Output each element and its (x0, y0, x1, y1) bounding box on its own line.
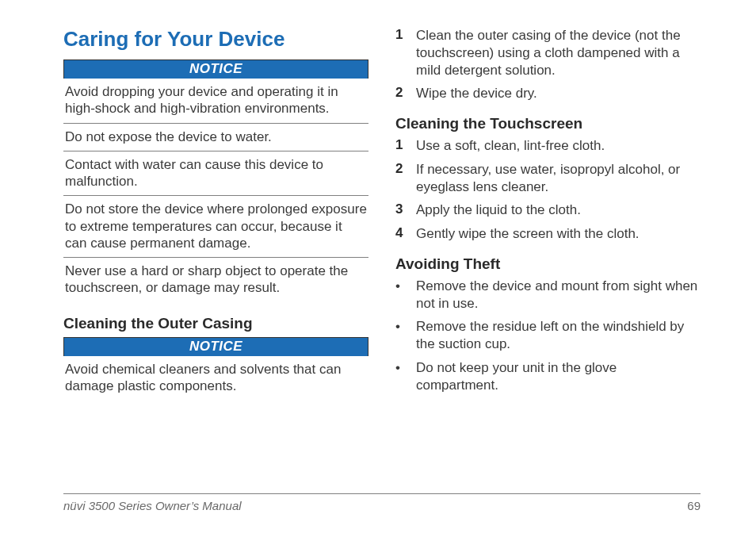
step-text: Clean the outer casing of the device (no… (416, 27, 701, 79)
subheading-touchscreen: Cleaning the Touchscreen (395, 115, 701, 132)
notice-item: Do not store the device where prolonged … (63, 196, 368, 258)
step-number: 3 (395, 201, 407, 217)
notice-list: Avoid dropping your device and operating… (63, 79, 368, 302)
step-row: 4 Gently wipe the screen with the cloth. (395, 225, 701, 243)
steps-outer-casing: 1 Clean the outer casing of the device (… (395, 27, 701, 102)
bullet-row: • Do not keep your unit in the glove com… (395, 359, 701, 394)
step-text: Use a soft, clean, lint-free cloth. (416, 137, 605, 155)
bullet-row: • Remove the residue left on the windshi… (395, 318, 701, 353)
right-column: 1 Clean the outer casing of the device (… (395, 27, 701, 533)
bullet-row: • Remove the device and mount from sight… (395, 278, 701, 313)
manual-name: nüvi 3500 Series Owner’s Manual (63, 499, 242, 512)
bullets-theft: • Remove the device and mount from sight… (395, 278, 701, 394)
step-row: 1 Clean the outer casing of the device (… (395, 27, 701, 79)
notice-label: NOTICE (63, 59, 368, 79)
two-column-layout: Caring for Your Device NOTICE Avoid drop… (63, 27, 701, 533)
notice-item: Never use a hard or sharp object to oper… (63, 258, 368, 302)
steps-touchscreen: 1 Use a soft, clean, lint-free cloth. 2 … (395, 137, 701, 243)
step-number: 4 (395, 225, 407, 241)
step-row: 1 Use a soft, clean, lint-free cloth. (395, 137, 701, 155)
notice-item: Avoid dropping your device and operating… (63, 79, 368, 124)
page-number: 69 (687, 499, 701, 512)
bullet-icon: • (395, 278, 402, 295)
step-text: Gently wipe the screen with the cloth. (416, 225, 640, 243)
step-text: Apply the liquid to the cloth. (416, 201, 581, 219)
bullet-text: Do not keep your unit in the glove compa… (416, 359, 701, 394)
step-row: 2 If necessary, use water, isopropyl alc… (395, 161, 701, 196)
step-text: If necessary, use water, isopropyl alcoh… (416, 161, 701, 196)
step-number: 2 (395, 85, 407, 101)
bullet-icon: • (395, 359, 402, 377)
step-number: 1 (395, 137, 407, 153)
left-column: Caring for Your Device NOTICE Avoid drop… (63, 27, 368, 533)
notice-item: Contact with water can cause this device… (63, 151, 368, 197)
step-row: 3 Apply the liquid to the cloth. (395, 201, 701, 219)
bullet-text: Remove the residue left on the windshiel… (416, 318, 701, 353)
notice-item: Avoid chemical cleaners and solvents tha… (63, 356, 368, 401)
step-row: 2 Wipe the device dry. (395, 85, 701, 102)
subheading-outer-casing: Cleaning the Outer Casing (63, 315, 368, 332)
notice-label: NOTICE (63, 337, 368, 356)
bullet-text: Remove the device and mount from sight w… (416, 278, 701, 313)
step-number: 1 (395, 27, 407, 43)
notice-item: Do not expose the device to water. (63, 124, 368, 151)
bullet-icon: • (395, 318, 402, 336)
manual-page: Caring for Your Device NOTICE Avoid drop… (0, 0, 756, 533)
step-text: Wipe the device dry. (416, 85, 537, 102)
subheading-theft: Avoiding Theft (395, 255, 701, 273)
page-footer: nüvi 3500 Series Owner’s Manual 69 (63, 493, 701, 512)
notice-list: Avoid chemical cleaners and solvents tha… (63, 356, 368, 401)
section-title: Caring for Your Device (63, 27, 368, 52)
step-number: 2 (395, 161, 407, 177)
